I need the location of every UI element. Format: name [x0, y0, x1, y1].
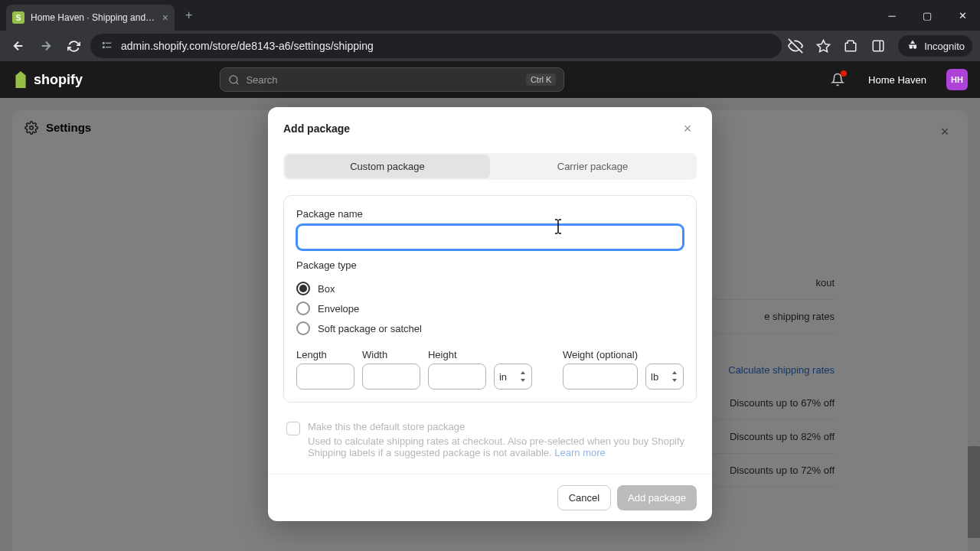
- site-settings-icon[interactable]: [101, 39, 113, 54]
- radio-icon: [296, 321, 310, 335]
- svg-point-2: [103, 46, 104, 47]
- svg-line-9: [237, 82, 239, 84]
- weight-unit-select[interactable]: lb: [645, 364, 684, 390]
- weight-label: Weight (optional): [563, 349, 638, 360]
- add-package-modal: Add package × Custom package Carrier pac…: [268, 107, 712, 521]
- search-placeholder: Search: [246, 74, 520, 86]
- close-modal-button[interactable]: ×: [678, 119, 697, 138]
- width-input[interactable]: [362, 364, 420, 390]
- length-input[interactable]: [296, 364, 354, 390]
- tab-custom-package[interactable]: Custom package: [285, 155, 490, 178]
- window-controls: ─ ▢ ✕: [874, 0, 980, 31]
- notification-badge: [841, 70, 847, 77]
- width-label: Width: [362, 349, 420, 360]
- radio-box[interactable]: Box: [296, 279, 684, 298]
- url-text: admin.shopify.com/store/de8143-a6/settin…: [121, 40, 771, 52]
- radio-icon: [296, 302, 310, 315]
- weight-input[interactable]: [563, 364, 638, 390]
- eye-off-icon[interactable]: [788, 38, 803, 54]
- tab-title: Home Haven · Shipping and de: [31, 12, 156, 23]
- shopify-logo[interactable]: shopify: [12, 71, 83, 88]
- svg-point-0: [103, 42, 104, 44]
- package-name-input[interactable]: [296, 224, 684, 250]
- search-shortcut: Ctrl K: [526, 73, 557, 86]
- maximize-button[interactable]: ▢: [910, 0, 945, 31]
- panel-icon[interactable]: [871, 38, 886, 54]
- browser-toolbar: admin.shopify.com/store/de8143-a6/settin…: [0, 31, 980, 61]
- dimension-unit-select[interactable]: in: [494, 364, 532, 390]
- avatar[interactable]: HH: [946, 69, 968, 90]
- browser-tab[interactable]: S Home Haven · Shipping and de ×: [6, 5, 175, 31]
- back-button[interactable]: [8, 35, 29, 57]
- length-label: Length: [296, 349, 354, 360]
- modal-title: Add package: [283, 122, 350, 135]
- new-tab-button[interactable]: +: [185, 8, 192, 22]
- checkbox-icon: [286, 422, 300, 435]
- height-label: Height: [428, 349, 486, 360]
- search-icon: [228, 74, 240, 86]
- package-name-label: Package name: [296, 208, 684, 220]
- svg-rect-6: [873, 41, 884, 51]
- forward-button[interactable]: [35, 35, 57, 57]
- package-form: Package name Package type Box Envelope S…: [283, 195, 697, 403]
- shopify-header: shopify Search Ctrl K Home Haven HH: [0, 61, 980, 98]
- extensions-icon[interactable]: [843, 38, 858, 54]
- package-type-tabs: Custom package Carrier package: [283, 153, 697, 180]
- chevron-updown-icon: [519, 371, 527, 382]
- minimize-button[interactable]: ─: [874, 0, 910, 31]
- radio-envelope[interactable]: Envelope: [296, 298, 684, 318]
- height-input[interactable]: [428, 364, 486, 390]
- url-bar[interactable]: admin.shopify.com/store/de8143-a6/settin…: [90, 34, 782, 58]
- svg-point-8: [230, 75, 237, 83]
- shopify-favicon: S: [12, 11, 24, 24]
- cancel-button[interactable]: Cancel: [557, 485, 611, 510]
- svg-marker-5: [817, 40, 829, 51]
- notifications-button[interactable]: [827, 69, 848, 90]
- add-package-button[interactable]: Add package: [617, 485, 697, 510]
- incognito-indicator[interactable]: Incognito: [898, 35, 972, 57]
- search-bar[interactable]: Search Ctrl K: [220, 67, 564, 92]
- default-package-checkbox: Make this the default store package Used…: [286, 421, 694, 458]
- default-package-desc: Used to calculate shipping rates at chec…: [308, 435, 684, 458]
- shopify-logo-icon: [12, 71, 29, 88]
- close-tab-icon[interactable]: ×: [162, 11, 168, 24]
- modal-header: Add package ×: [268, 107, 712, 150]
- store-name[interactable]: Home Haven: [868, 74, 926, 86]
- shopify-logo-text: shopify: [34, 72, 83, 88]
- browser-titlebar: S Home Haven · Shipping and de × + ─ ▢ ✕: [0, 0, 980, 31]
- package-type-label: Package type: [296, 259, 684, 271]
- radio-icon: [296, 282, 310, 295]
- close-window-button[interactable]: ✕: [945, 0, 980, 31]
- learn-more-link[interactable]: Learn more: [554, 447, 605, 458]
- incognito-label: Incognito: [924, 41, 965, 52]
- tab-carrier-package[interactable]: Carrier package: [490, 155, 695, 178]
- star-icon[interactable]: [815, 38, 831, 54]
- radio-soft-package[interactable]: Soft package or satchel: [296, 318, 684, 338]
- modal-footer: Cancel Add package: [268, 474, 712, 521]
- reload-button[interactable]: [63, 35, 84, 57]
- default-package-title: Make this the default store package: [308, 421, 694, 432]
- chevron-updown-icon: [671, 371, 678, 382]
